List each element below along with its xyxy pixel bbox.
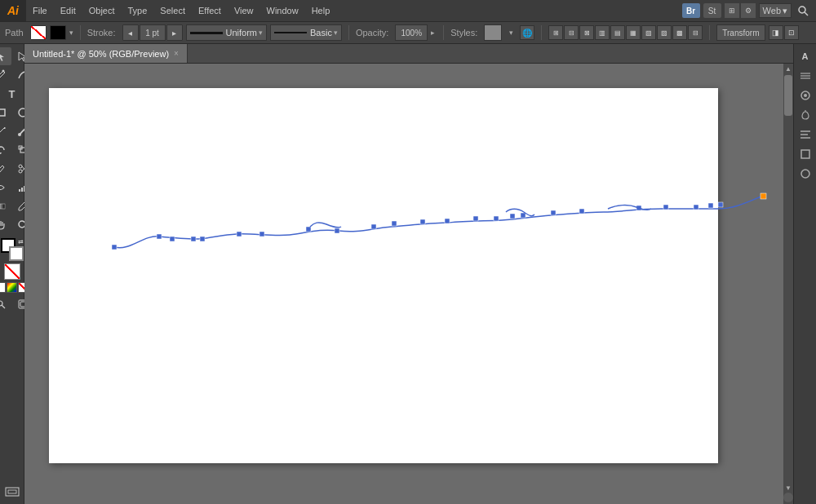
svg-rect-39: [494, 216, 499, 221]
right-panel-menu[interactable]: [796, 126, 814, 144]
pen-tool[interactable]: [0, 66, 11, 84]
align-btn-5[interactable]: ▤: [610, 25, 625, 40]
svg-rect-45: [663, 205, 668, 210]
hand-tool[interactable]: [0, 216, 11, 234]
stroke-weight-control[interactable]: ◂ 1 pt ▸: [122, 24, 183, 41]
align-btn-10[interactable]: ⊟: [688, 25, 703, 40]
svg-rect-24: [8, 490, 16, 493]
align-btn-1[interactable]: ⊞: [548, 25, 563, 40]
layout-icon[interactable]: ⊞: [725, 3, 739, 18]
menu-edit[interactable]: Edit: [54, 0, 82, 21]
opacity-input[interactable]: 100%: [395, 24, 428, 41]
basic-dropdown[interactable]: Basic ▾: [270, 24, 342, 41]
scroll-up-arrow[interactable]: ▲: [783, 64, 793, 73]
svg-rect-33: [335, 228, 339, 233]
select-tool[interactable]: [0, 47, 11, 65]
search-button[interactable]: [795, 3, 811, 18]
align-btn-4[interactable]: ▥: [595, 25, 610, 40]
apps-icon[interactable]: ⚙: [741, 3, 756, 18]
menu-effect[interactable]: Effect: [192, 0, 228, 21]
document-tab[interactable]: Untitled-1* @ 50% (RGB/Preview) ×: [24, 44, 188, 63]
stroke-weight-input[interactable]: 1 pt: [140, 24, 166, 41]
type-tool[interactable]: T: [2, 85, 23, 103]
stroke-up[interactable]: ▸: [166, 24, 183, 41]
menu-window[interactable]: Window: [260, 0, 305, 21]
workspace-dropdown[interactable]: Web ▾: [759, 3, 792, 18]
gradient-tool[interactable]: [0, 197, 11, 215]
transform-panel-btn[interactable]: Transform: [716, 24, 765, 41]
opacity-arrow[interactable]: ▸: [428, 24, 437, 41]
left-toolbar: T: [0, 44, 24, 504]
menu-select[interactable]: Select: [153, 0, 192, 21]
stroke-color[interactable]: [9, 246, 24, 261]
svg-point-60: [801, 170, 809, 178]
canvas-wrapper[interactable]: ▲ ▼: [24, 64, 793, 504]
uniform-dropdown[interactable]: Uniform ▾: [186, 24, 268, 41]
align-btn-3[interactable]: ⊠: [579, 25, 594, 40]
app-logo: Ai: [0, 0, 26, 21]
right-panel: A: [793, 44, 816, 504]
menu-object[interactable]: Object: [82, 0, 122, 21]
align-btn-9[interactable]: ▩: [672, 25, 687, 40]
menu-right: Br St ⊞ ⚙ Web ▾: [682, 3, 816, 18]
tab-bar: Untitled-1* @ 50% (RGB/Preview) ×: [24, 44, 793, 64]
pencil-tool[interactable]: [0, 122, 11, 140]
svg-rect-13: [21, 188, 23, 192]
tab-close-btn[interactable]: ×: [174, 49, 179, 58]
right-panel-lines[interactable]: [796, 67, 814, 85]
basic-stroke-preview: [274, 32, 307, 33]
svg-point-5: [18, 133, 21, 136]
canvas-area: Untitled-1* @ 50% (RGB/Preview) ×: [24, 44, 793, 504]
swap-colors-btn[interactable]: ⇄: [18, 238, 24, 245]
menu-help[interactable]: Help: [305, 0, 337, 21]
globe-btn[interactable]: 🌐: [520, 25, 534, 40]
stock-button[interactable]: St: [703, 3, 721, 18]
svg-rect-41: [521, 213, 526, 218]
right-panel-rect[interactable]: [796, 145, 814, 163]
menu-view[interactable]: View: [228, 0, 260, 21]
menu-bar: Ai File Edit Object Type Select Effect V…: [0, 0, 816, 21]
right-panel-hand[interactable]: [796, 106, 814, 124]
extra-btn-2[interactable]: ⊡: [784, 25, 799, 40]
align-btn-7[interactable]: ▧: [641, 25, 656, 40]
svg-point-9: [19, 165, 22, 168]
svg-rect-30: [237, 232, 242, 237]
gradient-btn[interactable]: [7, 282, 17, 293]
warp-tool[interactable]: [0, 179, 11, 197]
no-fill-btn[interactable]: [4, 263, 20, 280]
scroll-thumb-vertical[interactable]: [784, 75, 792, 116]
magnifier-tool[interactable]: [0, 295, 11, 313]
stroke-down[interactable]: ◂: [122, 24, 139, 41]
path-label: Path: [5, 28, 24, 38]
opacity-control[interactable]: 100% ▸: [395, 24, 437, 41]
align-btn-2[interactable]: ⊟: [564, 25, 579, 40]
scroll-down-arrow[interactable]: ▼: [783, 483, 793, 493]
right-panel-dot[interactable]: [796, 165, 814, 183]
color-btn[interactable]: [0, 282, 6, 293]
styles-arrow[interactable]: ▾: [505, 24, 517, 41]
rotate-tool[interactable]: [0, 141, 11, 159]
artboard-tool[interactable]: [2, 483, 23, 501]
eraser-tool[interactable]: [0, 160, 11, 178]
menu-type[interactable]: Type: [122, 0, 154, 21]
styles-swatch[interactable]: [484, 24, 502, 41]
right-panel-text[interactable]: A: [796, 47, 814, 65]
uniform-arrow: ▾: [259, 29, 263, 37]
bridge-button[interactable]: Br: [682, 3, 700, 18]
dropdown-arrow: ▾: [783, 6, 787, 16]
svg-point-2: [2, 70, 5, 73]
align-btn-8[interactable]: ▨: [657, 25, 672, 40]
menu-items: File Edit Object Type Select Effect View…: [26, 0, 336, 21]
vertical-scrollbar[interactable]: ▲ ▼: [783, 64, 793, 504]
stroke-type-btn[interactable]: [50, 25, 66, 40]
fill-color-btn[interactable]: [30, 25, 47, 40]
align-btn-6[interactable]: ▦: [626, 25, 641, 40]
extra-btn-1[interactable]: ◨: [769, 25, 783, 40]
rectangle-tool[interactable]: [0, 104, 11, 122]
right-panel-circle[interactable]: [796, 86, 814, 104]
menu-file[interactable]: File: [26, 0, 54, 21]
scroll-corner: [783, 493, 793, 502]
svg-rect-32: [306, 227, 311, 232]
svg-rect-42: [551, 210, 556, 215]
workspace-icons: ⊞ ⚙: [725, 3, 756, 18]
